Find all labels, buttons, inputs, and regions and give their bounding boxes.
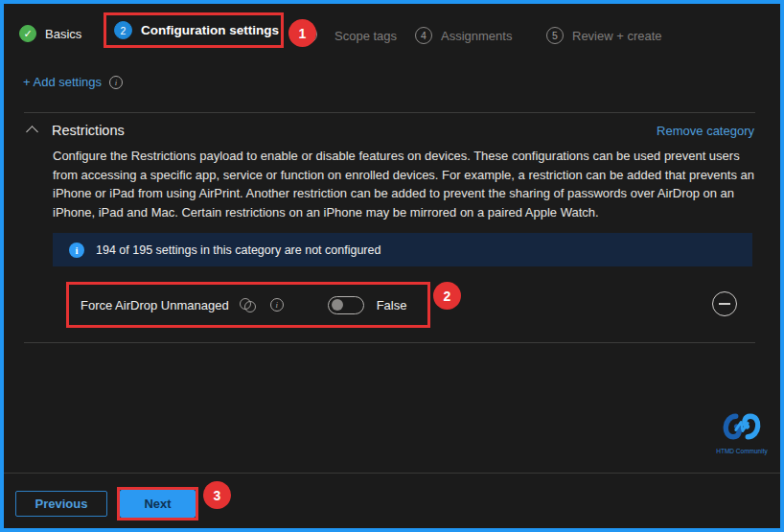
minus-icon <box>719 303 730 305</box>
step-review-create[interactable]: 5 Review + create <box>546 27 662 44</box>
setting-toggle[interactable] <box>328 296 364 314</box>
toggle-knob-icon <box>332 299 343 311</box>
step-review-create-label: Review + create <box>572 29 662 43</box>
logo-text: HTMD Community <box>713 448 771 454</box>
chevron-up-icon[interactable] <box>26 126 38 138</box>
setting-name: Force AirDrop Unmanaged <box>81 298 229 312</box>
check-icon: ✓ <box>19 25 36 42</box>
step-number-icon: 4 <box>415 27 432 44</box>
info-banner: i 194 of 195 settings in this category a… <box>53 233 752 266</box>
category-description: Configure the Restrictions payload to en… <box>53 147 754 221</box>
htmd-community-logo: HTMD Community <box>713 410 771 454</box>
divider <box>24 112 755 113</box>
annotation-badge-1: 1 <box>288 19 316 47</box>
annotation-badge-2: 2 <box>433 282 461 310</box>
annotation-badge-3: 3 <box>203 481 231 509</box>
step-basics-label: Basics <box>45 27 81 41</box>
htmd-logo-icon <box>715 410 769 443</box>
intune-profile-wizard-window: ✓ Basics 2 Configuration settings 3 1 Sc… <box>0 0 784 532</box>
annotation-box-next-button: Next <box>117 487 198 520</box>
step-assignments-label: Assignments <box>441 29 512 43</box>
divider <box>24 342 755 343</box>
setting-value: False <box>377 298 407 312</box>
info-icon: i <box>109 76 123 89</box>
category-title[interactable]: Restrictions <box>52 123 125 138</box>
add-settings-link[interactable]: + Add settings <box>23 75 102 89</box>
info-banner-text: 194 of 195 settings in this category are… <box>96 243 380 257</box>
platform-applicability-icon <box>240 297 259 313</box>
step-number-icon: 2 <box>114 21 132 39</box>
remove-setting-button[interactable] <box>712 291 737 316</box>
step-assignments[interactable]: 4 Assignments <box>415 27 512 44</box>
step-number-icon: 5 <box>546 27 564 44</box>
step-configuration-settings[interactable]: Configuration settings <box>141 23 279 37</box>
next-button[interactable]: Next <box>120 490 196 518</box>
footer-divider <box>0 473 784 474</box>
info-icon[interactable]: i <box>270 298 284 312</box>
annotation-box-configuration-settings: 2 Configuration settings <box>104 12 284 48</box>
step-scope-tags[interactable]: Scope tags <box>334 29 397 43</box>
step-basics[interactable]: ✓ Basics <box>19 25 81 42</box>
info-icon: i <box>69 243 84 258</box>
remove-category-link[interactable]: Remove category <box>657 124 754 138</box>
annotation-box-setting-row: Force AirDrop Unmanaged i False <box>66 282 430 328</box>
previous-button[interactable]: Previous <box>15 491 107 517</box>
